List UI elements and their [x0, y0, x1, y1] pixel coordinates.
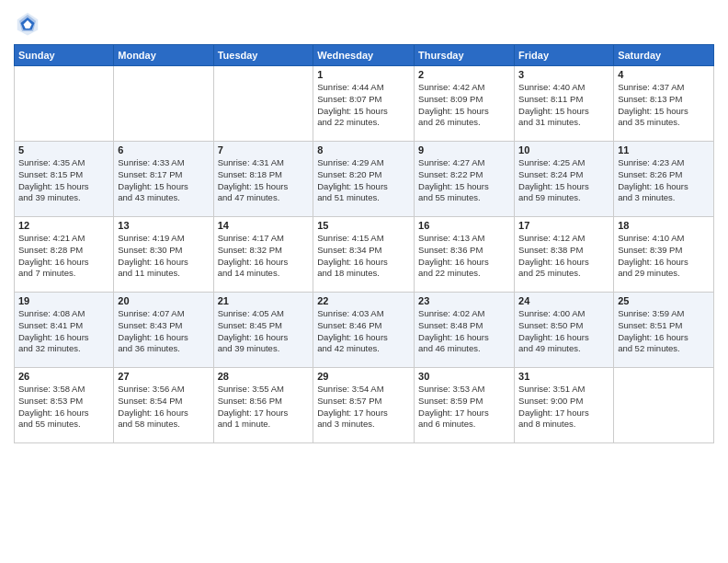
week-row-3: 12Sunrise: 4:21 AMSunset: 8:28 PMDayligh…	[15, 217, 714, 293]
calendar-cell: 15Sunrise: 4:15 AMSunset: 8:34 PMDayligh…	[313, 217, 415, 293]
day-info: Sunrise: 4:19 AMSunset: 8:30 PMDaylight:…	[118, 233, 209, 280]
calendar-cell: 17Sunrise: 4:12 AMSunset: 8:38 PMDayligh…	[515, 217, 614, 293]
weekday-saturday: Saturday	[614, 45, 714, 66]
day-number: 19	[18, 295, 109, 306]
calendar-cell: 19Sunrise: 4:08 AMSunset: 8:41 PMDayligh…	[15, 293, 114, 368]
day-number: 16	[418, 220, 510, 231]
day-info: Sunrise: 4:33 AMSunset: 8:17 PMDaylight:…	[118, 157, 209, 204]
day-number: 6	[118, 144, 209, 155]
calendar-cell: 20Sunrise: 4:07 AMSunset: 8:43 PMDayligh…	[114, 293, 213, 368]
day-number: 5	[18, 144, 109, 155]
calendar-cell: 29Sunrise: 3:54 AMSunset: 8:57 PMDayligh…	[313, 368, 415, 443]
day-number: 17	[518, 220, 609, 231]
day-info: Sunrise: 4:00 AMSunset: 8:50 PMDaylight:…	[518, 308, 609, 355]
day-info: Sunrise: 4:17 AMSunset: 8:32 PMDaylight:…	[218, 233, 310, 280]
week-row-5: 26Sunrise: 3:58 AMSunset: 8:53 PMDayligh…	[15, 368, 714, 443]
calendar-cell: 24Sunrise: 4:00 AMSunset: 8:50 PMDayligh…	[515, 293, 614, 368]
day-info: Sunrise: 3:55 AMSunset: 8:56 PMDaylight:…	[218, 384, 310, 431]
calendar-cell: 25Sunrise: 3:59 AMSunset: 8:51 PMDayligh…	[614, 293, 714, 368]
day-number: 25	[618, 295, 710, 306]
calendar-cell: 6Sunrise: 4:33 AMSunset: 8:17 PMDaylight…	[114, 142, 213, 217]
calendar-cell: 13Sunrise: 4:19 AMSunset: 8:30 PMDayligh…	[114, 217, 213, 293]
calendar-cell: 23Sunrise: 4:02 AMSunset: 8:48 PMDayligh…	[415, 293, 515, 368]
calendar-cell: 26Sunrise: 3:58 AMSunset: 8:53 PMDayligh…	[15, 368, 114, 443]
calendar-cell: 3Sunrise: 4:40 AMSunset: 8:11 PMDaylight…	[515, 66, 614, 142]
day-info: Sunrise: 4:25 AMSunset: 8:24 PMDaylight:…	[518, 157, 609, 204]
calendar-cell: 2Sunrise: 4:42 AMSunset: 8:09 PMDaylight…	[415, 66, 515, 142]
calendar-cell: 8Sunrise: 4:29 AMSunset: 8:20 PMDaylight…	[313, 142, 415, 217]
weekday-sunday: Sunday	[15, 45, 114, 66]
day-info: Sunrise: 4:10 AMSunset: 8:39 PMDaylight:…	[618, 233, 710, 280]
day-number: 12	[18, 220, 109, 231]
calendar-cell: 1Sunrise: 4:44 AMSunset: 8:07 PMDaylight…	[313, 66, 415, 142]
day-number: 30	[418, 371, 510, 382]
header	[14, 9, 714, 37]
day-number: 8	[317, 144, 410, 155]
calendar-cell: 16Sunrise: 4:13 AMSunset: 8:36 PMDayligh…	[415, 217, 515, 293]
day-number: 26	[18, 371, 109, 382]
calendar-cell: 22Sunrise: 4:03 AMSunset: 8:46 PMDayligh…	[313, 293, 415, 368]
day-number: 28	[218, 371, 310, 382]
weekday-row: SundayMondayTuesdayWednesdayThursdayFrid…	[15, 45, 714, 66]
day-info: Sunrise: 4:42 AMSunset: 8:09 PMDaylight:…	[418, 82, 510, 129]
day-number: 13	[118, 220, 209, 231]
calendar-body: 1Sunrise: 4:44 AMSunset: 8:07 PMDaylight…	[15, 66, 714, 443]
calendar-cell	[213, 66, 313, 142]
calendar-cell	[15, 66, 114, 142]
calendar-cell: 12Sunrise: 4:21 AMSunset: 8:28 PMDayligh…	[15, 217, 114, 293]
day-number: 10	[518, 144, 609, 155]
day-number: 1	[317, 69, 410, 80]
day-number: 14	[218, 220, 310, 231]
calendar-cell: 4Sunrise: 4:37 AMSunset: 8:13 PMDaylight…	[614, 66, 714, 142]
day-number: 3	[518, 69, 609, 80]
page: SundayMondayTuesdayWednesdayThursdayFrid…	[0, 0, 728, 563]
day-number: 7	[218, 144, 310, 155]
day-info: Sunrise: 4:29 AMSunset: 8:20 PMDaylight:…	[317, 157, 410, 204]
calendar-cell: 27Sunrise: 3:56 AMSunset: 8:54 PMDayligh…	[114, 368, 213, 443]
day-number: 22	[317, 295, 410, 306]
calendar-cell: 28Sunrise: 3:55 AMSunset: 8:56 PMDayligh…	[213, 368, 313, 443]
day-number: 18	[618, 220, 710, 231]
day-number: 11	[618, 144, 710, 155]
calendar-cell: 11Sunrise: 4:23 AMSunset: 8:26 PMDayligh…	[614, 142, 714, 217]
weekday-monday: Monday	[114, 45, 213, 66]
day-info: Sunrise: 3:56 AMSunset: 8:54 PMDaylight:…	[118, 384, 209, 431]
day-info: Sunrise: 3:59 AMSunset: 8:51 PMDaylight:…	[618, 308, 710, 355]
day-info: Sunrise: 4:23 AMSunset: 8:26 PMDaylight:…	[618, 157, 710, 204]
day-info: Sunrise: 4:13 AMSunset: 8:36 PMDaylight:…	[418, 233, 510, 280]
day-info: Sunrise: 4:31 AMSunset: 8:18 PMDaylight:…	[218, 157, 310, 204]
day-info: Sunrise: 4:37 AMSunset: 8:13 PMDaylight:…	[618, 82, 710, 129]
week-row-4: 19Sunrise: 4:08 AMSunset: 8:41 PMDayligh…	[15, 293, 714, 368]
day-info: Sunrise: 3:58 AMSunset: 8:53 PMDaylight:…	[18, 384, 109, 431]
calendar-cell: 31Sunrise: 3:51 AMSunset: 9:00 PMDayligh…	[515, 368, 614, 443]
day-info: Sunrise: 3:54 AMSunset: 8:57 PMDaylight:…	[317, 384, 410, 431]
day-info: Sunrise: 4:02 AMSunset: 8:48 PMDaylight:…	[418, 308, 510, 355]
weekday-wednesday: Wednesday	[313, 45, 415, 66]
day-number: 20	[118, 295, 209, 306]
calendar-cell: 14Sunrise: 4:17 AMSunset: 8:32 PMDayligh…	[213, 217, 313, 293]
calendar-cell	[114, 66, 213, 142]
weekday-thursday: Thursday	[415, 45, 515, 66]
week-row-1: 1Sunrise: 4:44 AMSunset: 8:07 PMDaylight…	[15, 66, 714, 142]
calendar-header: SundayMondayTuesdayWednesdayThursdayFrid…	[15, 45, 714, 66]
day-number: 31	[518, 371, 609, 382]
calendar-cell	[614, 368, 714, 443]
day-number: 24	[518, 295, 609, 306]
logo	[14, 9, 45, 37]
week-row-2: 5Sunrise: 4:35 AMSunset: 8:15 PMDaylight…	[15, 142, 714, 217]
day-info: Sunrise: 4:05 AMSunset: 8:45 PMDaylight:…	[218, 308, 310, 355]
day-info: Sunrise: 4:08 AMSunset: 8:41 PMDaylight:…	[18, 308, 109, 355]
day-info: Sunrise: 4:44 AMSunset: 8:07 PMDaylight:…	[317, 82, 410, 129]
calendar: SundayMondayTuesdayWednesdayThursdayFrid…	[14, 44, 714, 443]
day-info: Sunrise: 4:21 AMSunset: 8:28 PMDaylight:…	[18, 233, 109, 280]
day-info: Sunrise: 4:27 AMSunset: 8:22 PMDaylight:…	[418, 157, 510, 204]
day-number: 2	[418, 69, 510, 80]
day-number: 29	[317, 371, 410, 382]
calendar-cell: 7Sunrise: 4:31 AMSunset: 8:18 PMDaylight…	[213, 142, 313, 217]
calendar-cell: 21Sunrise: 4:05 AMSunset: 8:45 PMDayligh…	[213, 293, 313, 368]
calendar-cell: 9Sunrise: 4:27 AMSunset: 8:22 PMDaylight…	[415, 142, 515, 217]
day-info: Sunrise: 3:51 AMSunset: 9:00 PMDaylight:…	[518, 384, 609, 431]
day-info: Sunrise: 4:35 AMSunset: 8:15 PMDaylight:…	[18, 157, 109, 204]
calendar-cell: 10Sunrise: 4:25 AMSunset: 8:24 PMDayligh…	[515, 142, 614, 217]
day-number: 21	[218, 295, 310, 306]
